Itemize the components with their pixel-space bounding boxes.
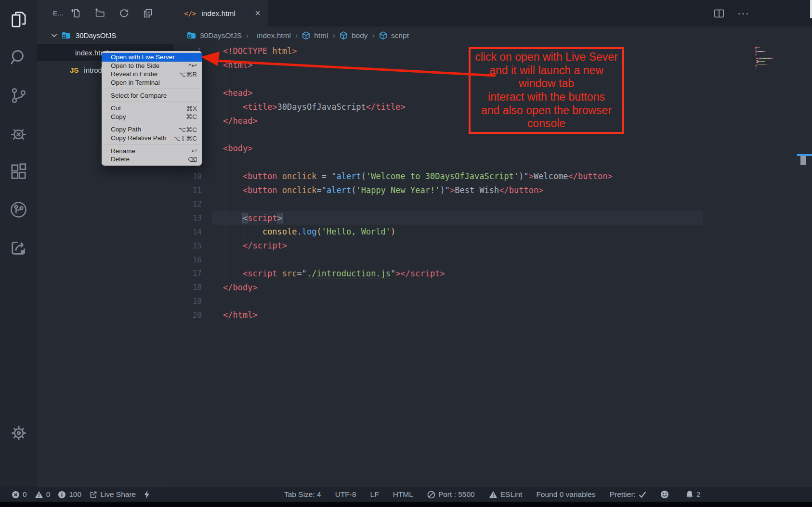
breadcrumb-item-body[interactable]: body [340, 31, 368, 40]
status-utf-8[interactable]: UTF-8 [335, 490, 356, 499]
search-icon[interactable] [9, 48, 28, 67]
tree-indent-guide [59, 44, 59, 79]
tab-index-html[interactable]: </> index.html × [173, 0, 268, 26]
tree-item-label: 30DaysOfJS [76, 31, 116, 39]
code-line-9[interactable]: 9 [173, 156, 812, 169]
smiley-icon [660, 490, 669, 499]
status-label: UTF-8 [335, 490, 356, 499]
status-label: HTML [393, 490, 413, 499]
status-0[interactable]: 0 [12, 490, 27, 499]
code-line-19[interactable]: 19 [173, 294, 812, 308]
code-line-12[interactable]: 12 [173, 197, 812, 211]
annotation-text-line: and also open the browser [471, 104, 622, 117]
status-eslint[interactable]: ESLint [489, 490, 523, 499]
share-out-icon[interactable] [9, 238, 28, 258]
menu-item-open-to-the-side[interactable]: Open to the Side^↩ [102, 62, 202, 70]
minimap[interactable] [755, 47, 799, 71]
code-line-8[interactable]: 8<body> [173, 142, 812, 156]
status-100[interactable]: 100 [58, 490, 81, 499]
status-prettier[interactable]: Prettier: [610, 490, 646, 499]
line-number: 12 [173, 199, 212, 208]
new-folder-icon[interactable] [94, 8, 105, 19]
status-lightning[interactable] [144, 490, 153, 499]
menu-item-shortcut: ^↩ [188, 62, 197, 69]
chevron-down-icon [51, 33, 57, 38]
error-icon [12, 491, 20, 499]
split-editor-icon[interactable] [714, 9, 724, 18]
menu-item-select-for-compare[interactable]: Select for Compare [102, 91, 202, 100]
breadcrumb-item-30daysofjs[interactable]: 30DaysOfJS [187, 31, 242, 40]
line-number: 18 [173, 283, 212, 292]
breadcrumb-separator: › [372, 31, 375, 40]
breadcrumb-item-script[interactable]: script [379, 31, 409, 40]
status-smiley[interactable] [660, 490, 672, 499]
breadcrumb-item-html[interactable]: html [302, 31, 328, 40]
tree-item-30daysofjs[interactable]: 30DaysOfJS [37, 26, 173, 44]
status-html[interactable]: HTML [393, 490, 413, 499]
html-file-icon: </> [184, 10, 196, 17]
menu-item-cut[interactable]: Cut⌘X [102, 104, 202, 113]
refresh-icon[interactable] [118, 8, 130, 19]
code-line-13[interactable]: 13 <script> [173, 211, 812, 225]
breadcrumb: 30DaysOfJS›index.html›html›body›script [173, 26, 812, 44]
scrollbar[interactable] [810, 0, 812, 18]
status-bar: 00100Live Share Tab Size: 4UTF-8LFHTMLPo… [0, 487, 812, 502]
code-line-text: <body> [212, 143, 252, 153]
menu-item-open-in-terminal[interactable]: Open in Terminal [102, 78, 202, 87]
tab-close-icon[interactable]: × [255, 8, 261, 19]
status-tab-size-4[interactable]: Tab Size: 4 [284, 490, 321, 499]
menu-item-reveal-in-finder[interactable]: Reveal in Finder⌥⌘R [102, 70, 202, 78]
status-live-share[interactable]: Live Share [89, 490, 136, 499]
scrollbar-thumb[interactable] [800, 156, 806, 165]
status-lf[interactable]: LF [370, 490, 379, 499]
menu-item-copy[interactable]: Copy⌘C [102, 113, 202, 121]
new-file-icon[interactable] [70, 8, 81, 19]
vscode-window: E... 30DaysOfJSindex.htmlJSintroduction.… [0, 0, 812, 507]
menu-item-delete[interactable]: Delete⌫ [102, 155, 202, 164]
code-line-text: <html> [212, 60, 252, 70]
code-line-14[interactable]: 14 console.log('Hello, World') [173, 225, 812, 239]
code-line-text: <head> [212, 88, 252, 98]
circle-branch-icon[interactable] [9, 200, 28, 220]
menu-item-label: Copy Relative Path [111, 134, 167, 142]
menu-item-open-with-live-server[interactable]: Open with Live Server [102, 53, 202, 62]
code-line-text: <button onclick = "alert('Welcome to 30D… [212, 171, 613, 181]
breadcrumb-item-index-html[interactable]: index.html [253, 31, 291, 40]
line-number: 16 [173, 255, 212, 264]
status-found-0-variables[interactable]: Found 0 variables [536, 490, 595, 499]
tab-label: index.html [201, 9, 236, 18]
extensions-icon[interactable] [9, 162, 28, 182]
menu-item-copy-relative-path[interactable]: Copy Relative Path⌥⇧⌘C [102, 134, 202, 143]
line-number: 15 [173, 241, 212, 250]
code-line-16[interactable]: 16 [173, 253, 812, 267]
menu-item-label: Copy [111, 113, 126, 120]
code-line-18[interactable]: 18</body> [173, 280, 812, 294]
code-line-17[interactable]: 17 <script src="./introduction.js"></scr… [173, 267, 812, 281]
breadcrumb-label: body [352, 31, 368, 40]
explorer-icon[interactable] [9, 10, 28, 29]
code-line-10[interactable]: 10 <button onclick = "alert('Welcome to … [173, 169, 812, 183]
menu-item-label: Select for Compare [111, 92, 167, 99]
symbol-cube-icon [302, 31, 310, 40]
code-line-20[interactable]: 20</html> [173, 308, 812, 322]
window-edge [0, 502, 812, 507]
menu-item-label: Open in Terminal [111, 79, 160, 86]
menu-item-label: Copy Path [111, 126, 141, 133]
menu-item-rename[interactable]: Rename↩ [102, 146, 202, 155]
collapse-all-icon[interactable] [143, 8, 154, 19]
status-port-5500[interactable]: Port : 5500 [427, 490, 475, 499]
code-line-15[interactable]: 15 </script> [173, 239, 812, 253]
status-0[interactable]: 0 [35, 490, 51, 499]
status-label: Port : 5500 [438, 490, 475, 499]
code-line-11[interactable]: 11 <button onclick="alert('Happy New Yea… [173, 183, 812, 197]
menu-item-label: Rename [111, 147, 135, 155]
status-label: Found 0 variables [536, 490, 595, 499]
menu-item-copy-path[interactable]: Copy Path⌥⌘C [102, 125, 202, 134]
menu-separator [102, 123, 202, 123]
settings-gear-icon[interactable] [9, 423, 28, 443]
source-control-icon[interactable] [9, 86, 28, 105]
menu-item-label: Reveal in Finder [111, 70, 158, 78]
status-2[interactable]: 2 [686, 490, 701, 499]
annotation-text-line: and it will launch a new [471, 64, 622, 78]
debug-icon[interactable] [9, 124, 28, 143]
